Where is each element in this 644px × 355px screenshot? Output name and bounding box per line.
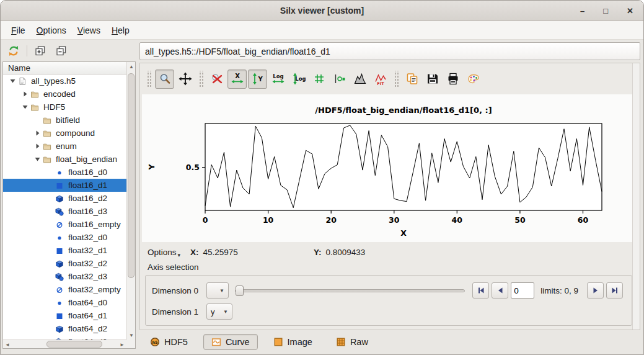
y-autoscale-button[interactable]: Y — [248, 70, 267, 89]
tree-item-label: enum — [56, 142, 77, 151]
tree-item-float16_d1[interactable]: float16_d1 — [3, 179, 126, 192]
close-button[interactable]: ✕ — [627, 7, 633, 15]
slider-handle[interactable] — [236, 285, 244, 296]
curve-plot[interactable]: /HDF5/float_big_endian/float16_d1[0, :]0… — [142, 94, 633, 242]
refresh-button[interactable] — [6, 43, 22, 59]
view-tab-bar: h5HDF5CurveImageRaw — [139, 331, 640, 352]
dimension0-slider[interactable] — [235, 282, 465, 299]
y-log-icon: Log — [292, 72, 306, 86]
tree-item-label: float64_d0 — [68, 298, 107, 307]
maximize-button[interactable]: □ — [603, 7, 608, 15]
tree-item-float32_d1[interactable]: float32_d1 — [3, 244, 126, 257]
zoom-back-button[interactable] — [207, 70, 226, 89]
tree-item-float16_d3[interactable]: float16_d3 — [3, 205, 126, 218]
dimension0-label: Dimension 0 — [152, 286, 206, 295]
expander-closed-icon[interactable] — [22, 91, 29, 97]
expand-all-button[interactable] — [32, 43, 48, 59]
svg-text:50: 50 — [514, 215, 526, 225]
print-button[interactable] — [443, 70, 462, 89]
array1d-icon — [55, 246, 64, 255]
tab-curve[interactable]: Curve — [203, 334, 258, 350]
tab-image[interactable]: Image — [265, 334, 320, 350]
folder-icon — [42, 129, 52, 138]
dataset-path-bar[interactable]: all_types.h5::/HDF5/float_big_endian/flo… — [139, 42, 640, 60]
expander-open-icon[interactable] — [9, 78, 16, 84]
menu-help[interactable]: Help — [106, 23, 135, 38]
svg-text:Log: Log — [295, 76, 306, 82]
collapse-all-button[interactable] — [53, 43, 69, 59]
zoom-mode-button[interactable] — [155, 70, 174, 89]
plot-options-button[interactable]: Options ▾ — [148, 248, 180, 257]
tree-item-HDF5[interactable]: HDF5 — [3, 101, 126, 114]
svg-text:Log: Log — [273, 73, 283, 79]
tree-item-float64_d1[interactable]: float64_d1 — [3, 309, 126, 322]
tree-hscroll-thumb[interactable] — [46, 341, 102, 348]
tree-item-float32_d3[interactable]: float32_d3 — [3, 270, 126, 283]
last-frame-button[interactable] — [606, 282, 623, 299]
tree-item-all_types.h5[interactable]: all_types.h5 — [3, 74, 126, 88]
viewer-vertical-scrollbar[interactable] — [632, 63, 640, 330]
tree-item-float64_d3[interactable]: float64_d3 — [3, 335, 126, 339]
array2d-icon — [55, 325, 64, 333]
pan-mode-button[interactable] — [175, 70, 195, 89]
x-autoscale-button[interactable]: X — [227, 70, 247, 89]
array2d-icon — [55, 194, 64, 203]
menu-file[interactable]: File — [6, 23, 31, 38]
frame-index-input[interactable] — [511, 282, 534, 299]
copy-button[interactable] — [402, 70, 421, 89]
expander-open-icon[interactable] — [22, 104, 29, 110]
plot-canvas[interactable]: /HDF5/float_big_endian/float16_d1[0, :]0… — [142, 94, 633, 242]
minimize-button[interactable]: – — [580, 7, 584, 15]
grid-button[interactable] — [309, 70, 329, 89]
tab-raw[interactable]: Raw — [328, 334, 376, 350]
tree-item-enum[interactable]: enum — [3, 140, 126, 153]
scroll-up-icon[interactable]: ▲ — [127, 62, 136, 71]
save-button[interactable] — [423, 70, 442, 89]
svg-text:Y: Y — [147, 164, 156, 171]
fit-button[interactable]: FIT — [371, 70, 390, 89]
palette-button[interactable] — [464, 70, 483, 89]
expander-closed-icon[interactable] — [34, 130, 41, 137]
first-frame-button[interactable] — [472, 282, 489, 299]
svg-text:FIT: FIT — [377, 81, 384, 86]
tree-item-float64_d0[interactable]: float64_d0 — [3, 296, 126, 309]
histogram-button[interactable] — [350, 70, 369, 89]
tree-item-float32_d0[interactable]: float32_d0 — [3, 231, 126, 244]
tree-item-float_big_endian[interactable]: float_big_endian — [3, 153, 126, 166]
empty-icon — [55, 285, 64, 294]
menu-views[interactable]: Views — [72, 23, 106, 38]
tree-item-float64_d2[interactable]: float64_d2 — [3, 322, 126, 335]
scroll-left-icon[interactable]: ◄ — [3, 340, 12, 349]
tree-item-float16_d2[interactable]: float16_d2 — [3, 192, 126, 205]
tree-item-compound[interactable]: compound — [3, 127, 126, 140]
y-autoscale-icon: Y — [251, 72, 265, 86]
tree-item-float16_empty[interactable]: float16_empty — [3, 218, 126, 231]
tree-item-float16_d0[interactable]: float16_d0 — [3, 166, 126, 179]
expander-closed-icon[interactable] — [34, 143, 41, 150]
curve-style-button[interactable] — [330, 70, 349, 89]
previous-frame-button[interactable] — [492, 282, 508, 299]
tree-horizontal-scrollbar[interactable]: ◄ ► — [3, 339, 126, 348]
y-log-button[interactable]: Log — [289, 70, 308, 89]
tree-item-float32_d2[interactable]: float32_d2 — [3, 257, 126, 270]
dimension0-combobox[interactable]: ▼ — [206, 282, 229, 299]
file-icon — [17, 77, 27, 86]
tree-item-float32_empty[interactable]: float32_empty — [3, 283, 126, 296]
dimension1-combobox[interactable]: y ▼ — [206, 303, 232, 320]
scroll-down-icon[interactable]: ▼ — [127, 331, 136, 339]
expander-open-icon[interactable] — [34, 156, 41, 163]
tree-vscroll-thumb[interactable] — [128, 73, 135, 278]
zoom-back-icon — [210, 72, 224, 86]
tree-header-name[interactable]: Name — [3, 62, 126, 74]
tree-vertical-scrollbar[interactable]: ▲ ▼ — [126, 62, 135, 339]
tab-hdf5[interactable]: h5HDF5 — [142, 334, 196, 350]
tree-item-label: float32_empty — [68, 285, 121, 294]
tree-item-encoded[interactable]: encoded — [3, 88, 126, 101]
tree-item-bitfield[interactable]: bitfield — [3, 114, 126, 127]
next-frame-button[interactable] — [587, 282, 604, 299]
menu-options[interactable]: Options — [31, 23, 72, 38]
x-log-button[interactable]: Log — [268, 70, 288, 89]
scroll-right-icon[interactable]: ► — [118, 340, 126, 349]
tree-item-label: float16_d2 — [68, 194, 107, 203]
curve-icon — [211, 337, 221, 347]
